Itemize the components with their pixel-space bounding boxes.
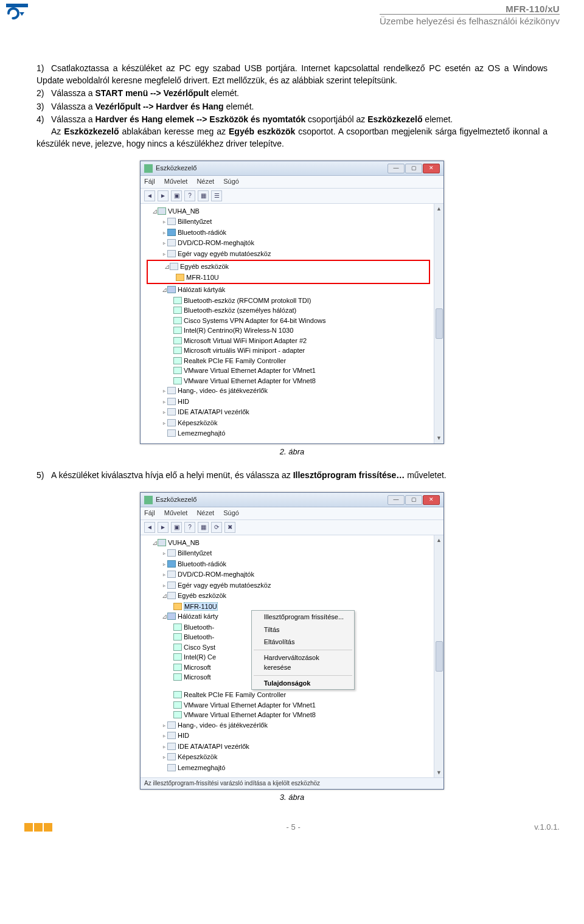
bluetooth-icon <box>167 229 176 236</box>
menu-action[interactable]: Művelet <box>164 178 188 185</box>
menu-file[interactable]: Fájl <box>144 178 155 185</box>
sound-icon <box>167 387 176 394</box>
other-devices-icon <box>170 263 178 270</box>
step-4: 4)Válassza a Hardver és Hang elemek --> … <box>36 114 548 150</box>
window-toolbar: ◄ ► ▣ ? ▦ ☰ <box>141 189 443 204</box>
warning-device-icon <box>173 603 182 610</box>
svg-rect-0 <box>6 4 28 7</box>
status-bar: Az illesztőprogram-frissítési varázsló i… <box>141 777 443 789</box>
dvd-icon <box>167 571 176 578</box>
tb-fwd-icon[interactable]: ► <box>158 522 169 533</box>
window-menubar[interactable]: Fájl Művelet Nézet Súgó <box>141 507 443 519</box>
tb-fwd-icon[interactable]: ► <box>158 190 169 201</box>
keyboard-icon <box>167 218 176 225</box>
adapter-icon <box>173 297 182 304</box>
keyboard-icon <box>167 549 176 557</box>
ctx-update-driver[interactable]: Illesztőprogram frissítése... <box>252 611 354 624</box>
menu-help[interactable]: Súgó <box>223 509 239 516</box>
footer-squares-icon <box>24 823 52 832</box>
brand-logo-icon <box>6 4 28 21</box>
menu-file[interactable]: Fájl <box>144 509 155 516</box>
adapter-icon <box>173 377 182 384</box>
tb-help-icon[interactable]: ? <box>184 190 195 201</box>
tb-help-icon[interactable]: ? <box>184 522 195 533</box>
ctx-uninstall[interactable]: Eltávolítás <box>252 636 354 648</box>
tb-scan-icon[interactable]: ▦ <box>198 522 209 533</box>
device-manager-window-fig2: Eszközkezelő — ▢ ✕ Fájl Művelet Nézet Sú… <box>140 161 444 443</box>
doc-model: MFR-110/xU <box>0 4 560 14</box>
close-button[interactable]: ✕ <box>423 495 440 505</box>
context-menu[interactable]: Illesztőprogram frissítése... Tiltás Elt… <box>251 610 355 690</box>
other-devices-icon <box>167 592 176 599</box>
tb-update-icon[interactable]: ⟳ <box>211 522 222 533</box>
ctx-disable[interactable]: Tiltás <box>252 624 354 636</box>
maximize-button[interactable]: ▢ <box>405 164 422 173</box>
device-manager-window-fig3: Eszközkezelő — ▢ ✕ Fájl Művelet Nézet Sú… <box>140 492 444 790</box>
tb-refresh-icon[interactable]: ▣ <box>171 522 182 533</box>
step-5: 5)A készüléket kiválasztva hívja elő a h… <box>36 470 548 482</box>
device-tree[interactable]: ⊿VUHA_NB ▹Billentyűzet ▹Bluetooth-rádiók… <box>141 204 434 443</box>
step-1: 1)Csatlakoztassa a készüléket az PC egy … <box>36 63 548 86</box>
doc-version: v.1.0.1. <box>534 822 560 832</box>
hid-icon <box>167 398 176 405</box>
adapter-icon <box>173 633 182 641</box>
window-menubar[interactable]: Fájl Művelet Nézet Súgó <box>141 176 443 188</box>
scrollbar[interactable]: ▲▼ <box>434 535 443 778</box>
figure-2-caption: 2. ábra <box>36 446 548 457</box>
device-tree[interactable]: ⊿VUHA_NB ▹Billentyűzet ▹Bluetooth-rádiók… <box>141 535 434 778</box>
other-device-item[interactable]: MFR-110U <box>186 274 219 281</box>
computer-icon <box>158 539 166 546</box>
adapter-icon <box>173 673 182 681</box>
menu-view[interactable]: Nézet <box>196 178 214 185</box>
tb-remove-icon[interactable]: ✖ <box>224 522 235 533</box>
tb-refresh-icon[interactable]: ▣ <box>171 190 182 201</box>
svg-marker-1 <box>19 12 24 16</box>
window-toolbar: ◄ ► ▣ ? ▦ ⟳ ✖ <box>141 520 443 535</box>
network-icon <box>167 286 176 293</box>
step-3: 3)Válassza a Vezérlőpult --> Hardver és … <box>36 101 548 113</box>
menu-help[interactable]: Súgó <box>223 178 239 185</box>
adapter-icon <box>173 347 182 354</box>
devmgr-icon <box>144 164 153 173</box>
other-device-item-selected[interactable]: MFR-110U <box>184 602 218 611</box>
mouse-icon <box>167 250 176 257</box>
ctx-separator <box>254 675 352 676</box>
tb-prop-icon[interactable]: ☰ <box>211 190 222 201</box>
adapter-icon <box>173 327 182 334</box>
window-title: Eszközkezelő <box>156 164 196 173</box>
disk-icon <box>167 429 176 437</box>
maximize-button[interactable]: ▢ <box>405 495 422 505</box>
adapter-icon <box>173 711 182 718</box>
ctx-properties[interactable]: Tulajdonságok <box>252 677 354 690</box>
bluetooth-icon <box>167 560 176 568</box>
page-number: - 5 - <box>287 822 301 832</box>
window-titlebar[interactable]: Eszközkezelő — ▢ ✕ <box>141 493 443 507</box>
adapter-icon <box>173 691 182 698</box>
tb-back-icon[interactable]: ◄ <box>144 522 155 533</box>
scrollbar[interactable]: ▲▼ <box>434 204 443 443</box>
menu-view[interactable]: Nézet <box>196 509 214 516</box>
adapter-icon <box>173 357 182 364</box>
adapter-icon <box>173 307 182 314</box>
window-titlebar[interactable]: Eszközkezelő — ▢ ✕ <box>141 161 443 176</box>
menu-action[interactable]: Művelet <box>164 509 188 516</box>
adapter-icon <box>173 317 182 324</box>
step-2: 2)Válassza a START menü --> Vezérlőpult … <box>36 88 548 100</box>
close-button[interactable]: ✕ <box>423 164 440 173</box>
tb-back-icon[interactable]: ◄ <box>144 190 155 201</box>
tree-root[interactable]: VUHA_NB <box>168 539 200 546</box>
minimize-button[interactable]: — <box>388 164 405 173</box>
step-1-text: Csatlakoztassa a készüléket az PC egy sz… <box>36 63 548 85</box>
page-footer: - 5 - v.1.0.1. <box>0 815 584 841</box>
imaging-icon <box>167 753 176 760</box>
window-title: Eszközkezelő <box>156 495 196 504</box>
ctx-scan-hw[interactable]: Hardverváltozások keresése <box>252 651 354 674</box>
ide-icon <box>167 408 176 415</box>
ide-icon <box>167 743 176 750</box>
doc-subtitle: Üzembe helyezési és felhasználói kézikön… <box>380 14 560 26</box>
figure-3-caption: 3. ábra <box>36 792 548 803</box>
tree-root[interactable]: VUHA_NB <box>168 207 200 215</box>
minimize-button[interactable]: — <box>388 495 405 505</box>
disk-icon <box>167 764 176 771</box>
tb-scan-icon[interactable]: ▦ <box>198 190 209 201</box>
